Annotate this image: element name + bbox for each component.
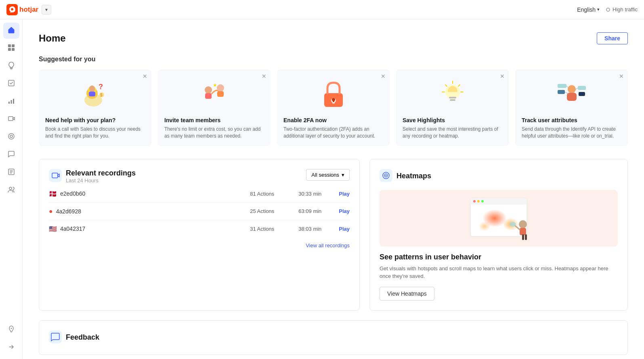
recording-play-button[interactable]: Play [339, 191, 350, 197]
main-content: Home Share Suggested for you ✕ [23, 19, 644, 359]
svg-line-37 [445, 85, 447, 86]
card-close-2fa[interactable]: ✕ [381, 73, 386, 79]
heatmaps-feature-title: See patterns in user behavior [380, 253, 618, 261]
svg-point-61 [478, 221, 491, 231]
card-close-attributes[interactable]: ✕ [619, 73, 624, 79]
svg-text:★: ★ [213, 82, 217, 88]
svg-point-53 [386, 175, 387, 176]
view-heatmaps-button[interactable]: View Heatmaps [380, 287, 434, 301]
suggestion-card-2fa: ✕ Enable 2FA now Two-factor authenticati [277, 69, 390, 146]
card-close-invite-team[interactable]: ✕ [262, 73, 266, 79]
svg-rect-43 [558, 90, 565, 94]
sidebar-item-dashboard[interactable] [3, 40, 19, 56]
svg-rect-49 [49, 169, 62, 182]
bar-chart-icon [7, 97, 15, 107]
heatmap-icon [7, 132, 15, 142]
card-title-highlights: Save Highlights [403, 117, 502, 123]
svg-rect-63 [520, 228, 526, 235]
svg-rect-64 [522, 234, 524, 240]
svg-point-58 [481, 200, 484, 202]
card-title-2fa: Enable 2FA now [283, 117, 383, 123]
svg-rect-6 [8, 102, 10, 104]
recordings-table: 🇩🇰 e2ed0b60 81 Actions 30:33 min Play ● … [49, 185, 350, 238]
attributes-illustration [556, 78, 588, 110]
recording-id: 4a2d6928 [56, 208, 250, 215]
recording-play-button[interactable]: Play [339, 226, 350, 232]
svg-rect-4 [12, 48, 15, 51]
session-filter-button[interactable]: All sessions ▾ [306, 169, 350, 181]
flag-icon: 🇩🇰 [49, 190, 57, 198]
invite-team-illustration: ★ [198, 78, 231, 110]
feedback-header: Feedback [49, 330, 618, 345]
sidebar-item-collapse[interactable] [3, 340, 19, 356]
recordings-title: Relevant recordings [66, 169, 136, 177]
view-all-recordings-link[interactable]: View all recordings [49, 238, 350, 248]
page-header: Home Share [39, 32, 628, 44]
chevron-down-icon: ▾ [45, 7, 48, 13]
sidebar-item-users[interactable] [3, 182, 19, 198]
card-title-attributes: Track user attributes [522, 117, 621, 123]
language-selector[interactable]: English ▾ [577, 6, 600, 13]
top-navigation: hotjar ▾ English ▾ High traffic [0, 0, 644, 19]
checkbox-icon [7, 79, 15, 89]
heatmaps-description: Get visuals with hotspots and scroll map… [380, 265, 618, 280]
sidebar-item-launch[interactable] [3, 322, 19, 338]
users-icon [7, 186, 15, 196]
dashboard-icon [7, 44, 15, 54]
page-title: Home [39, 33, 66, 44]
sidebar-item-home[interactable] [3, 23, 19, 39]
card-desc-attributes: Send data through the Identify API to cr… [522, 126, 621, 140]
flag-icon: 🇺🇸 [49, 225, 57, 233]
recordings-section: Relevant recordings Last 24 Hours All se… [39, 159, 360, 311]
flag-icon: ● [49, 208, 53, 215]
home-icon [7, 26, 15, 36]
svg-point-40 [568, 85, 576, 93]
recording-play-button[interactable]: Play [339, 208, 350, 214]
svg-rect-31 [333, 100, 334, 102]
sidebar-item-feedback[interactable] [3, 147, 19, 163]
card-close-help-plan[interactable]: ✕ [143, 73, 147, 79]
2fa-illustration [319, 78, 348, 110]
svg-point-62 [519, 220, 527, 228]
share-button[interactable]: Share [597, 32, 628, 44]
highlights-illustration [436, 78, 469, 110]
sidebar-item-recordings[interactable] [3, 111, 19, 127]
suggestion-card-invite-team: ✕ ★ Invite team members There's no limit [158, 69, 271, 146]
sidebar-item-heatmaps[interactable] [3, 129, 19, 145]
hotjar-wordmark: hotjar [19, 6, 38, 14]
sidebar-item-surveys[interactable] [3, 76, 19, 92]
chat-icon [7, 150, 15, 160]
svg-line-36 [458, 85, 460, 86]
traffic-label: High traffic [613, 6, 638, 13]
topnav-right: English ▾ High traffic [577, 6, 638, 13]
svg-rect-3 [8, 48, 11, 51]
svg-rect-44 [578, 86, 586, 90]
card-illustration-highlights [403, 76, 502, 112]
heatmap-illustration [454, 194, 543, 242]
recording-duration: 30:33 min [298, 191, 339, 197]
recordings-header-left: Relevant recordings Last 24 Hours [49, 169, 306, 184]
svg-point-9 [8, 134, 14, 139]
svg-rect-1 [8, 44, 11, 47]
sidebar-bottom [3, 322, 19, 356]
lightbulb-icon [7, 61, 15, 71]
recording-id: e2ed0b60 [60, 190, 250, 197]
svg-text:?: ? [99, 83, 103, 91]
card-close-highlights[interactable]: ✕ [500, 73, 505, 79]
card-desc-2fa: Two-factor authentication (2FA) adds an … [283, 126, 383, 140]
svg-rect-7 [10, 100, 12, 104]
svg-point-56 [473, 200, 476, 202]
card-desc-highlights: Select and save the most interesting par… [403, 126, 502, 140]
hotjar-logo[interactable]: hotjar [6, 4, 38, 15]
suggestion-card-help-plan: ✕ ? $ Need help with you [39, 69, 151, 146]
sidebar-item-insights[interactable] [3, 58, 19, 74]
svg-rect-18 [89, 92, 95, 96]
nav-dropdown-button[interactable]: ▾ [42, 5, 51, 15]
recordings-header: Relevant recordings Last 24 Hours All se… [49, 169, 350, 184]
recordings-section-icon [49, 169, 62, 184]
card-illustration-attributes [522, 76, 621, 112]
card-desc-invite-team: There's no limit or extra cost, so you c… [164, 126, 264, 140]
table-row: 🇩🇰 e2ed0b60 81 Actions 30:33 min Play [49, 185, 350, 203]
sidebar-item-analytics[interactable] [3, 94, 19, 110]
sidebar-item-tasks[interactable] [3, 165, 19, 181]
